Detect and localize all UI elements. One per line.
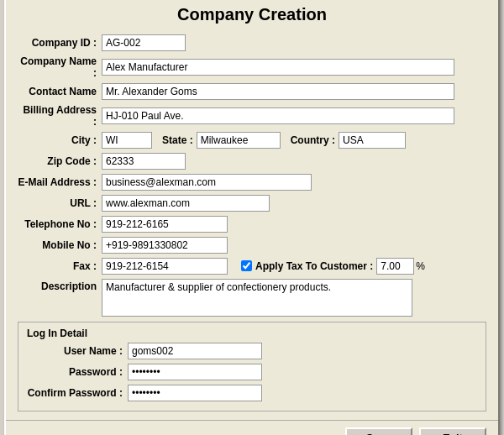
- content-area: Company Creation Company ID : Company Na…: [6, 0, 498, 420]
- mobile-row: Mobile No :: [18, 237, 486, 254]
- confirm-password-row: Confirm Password :: [27, 385, 477, 401]
- apply-tax-checkbox[interactable]: [241, 260, 252, 271]
- billing-address-row: Billing Address :: [18, 104, 486, 128]
- bottom-bar: Save Exit: [6, 420, 498, 436]
- url-label: URL :: [18, 197, 102, 209]
- description-input[interactable]: Manufacturer & supplier of confectionery…: [102, 279, 412, 317]
- fax-input[interactable]: [102, 258, 228, 275]
- country-label: Country :: [281, 134, 339, 146]
- mobile-label: Mobile No :: [18, 239, 102, 251]
- fax-label: Fax :: [18, 260, 102, 272]
- contact-name-row: Contact Name: [18, 83, 486, 100]
- mobile-input[interactable]: [102, 237, 228, 254]
- email-label: E-Mail Address :: [18, 176, 102, 188]
- percent-symbol: %: [416, 260, 425, 272]
- save-button[interactable]: Save: [345, 427, 412, 436]
- description-row: Description Manufacturer & supplier of c…: [18, 279, 486, 317]
- telephone-label: Telephone No :: [18, 218, 102, 230]
- company-name-label: Company Name :: [18, 55, 102, 79]
- company-name-input[interactable]: [102, 59, 454, 76]
- contact-name-input[interactable]: [102, 83, 454, 100]
- company-name-row: Company Name :: [18, 55, 486, 79]
- exit-button[interactable]: Exit: [419, 427, 486, 436]
- tax-value-input[interactable]: [376, 258, 414, 275]
- company-id-row: Company ID :: [18, 34, 486, 51]
- telephone-input[interactable]: [102, 216, 228, 233]
- login-section-title: Log In Detail: [27, 328, 477, 339]
- password-input[interactable]: [128, 364, 262, 380]
- city-state-country-row: City : State : Country :: [18, 132, 486, 149]
- fax-row: Fax : Apply Tax To Customer : %: [18, 258, 486, 275]
- telephone-row: Telephone No :: [18, 216, 486, 233]
- contact-name-label: Contact Name: [18, 86, 102, 97]
- username-label: User Name :: [27, 345, 128, 357]
- state-input[interactable]: [197, 132, 281, 149]
- username-input[interactable]: [128, 343, 262, 359]
- state-label: State :: [152, 134, 197, 146]
- city-input[interactable]: [102, 132, 152, 149]
- email-input[interactable]: [102, 174, 312, 191]
- login-section: Log In Detail User Name : Password : Con…: [18, 322, 486, 411]
- confirm-password-input[interactable]: [128, 385, 262, 401]
- page-title: Company Creation: [18, 5, 486, 24]
- password-label: Password :: [27, 366, 128, 378]
- confirm-password-label: Confirm Password :: [27, 387, 128, 399]
- url-input[interactable]: [102, 195, 270, 212]
- city-label: City :: [18, 134, 102, 146]
- country-input[interactable]: [339, 132, 406, 149]
- billing-address-label: Billing Address :: [18, 104, 102, 128]
- url-row: URL :: [18, 195, 486, 212]
- billing-address-input[interactable]: [102, 107, 454, 124]
- email-row: E-Mail Address :: [18, 174, 486, 191]
- username-row: User Name :: [27, 343, 477, 359]
- zip-label: Zip Code :: [18, 155, 102, 167]
- zip-row: Zip Code :: [18, 153, 486, 170]
- apply-tax-label: Apply Tax To Customer :: [241, 260, 373, 272]
- password-row: Password :: [27, 364, 477, 380]
- main-window: 🏢 Company Creation — □ ✕ Company Creatio…: [4, 0, 500, 435]
- company-id-label: Company ID :: [18, 37, 102, 49]
- description-label: Description: [18, 279, 102, 292]
- company-id-input[interactable]: [102, 34, 186, 51]
- zip-input[interactable]: [102, 153, 186, 170]
